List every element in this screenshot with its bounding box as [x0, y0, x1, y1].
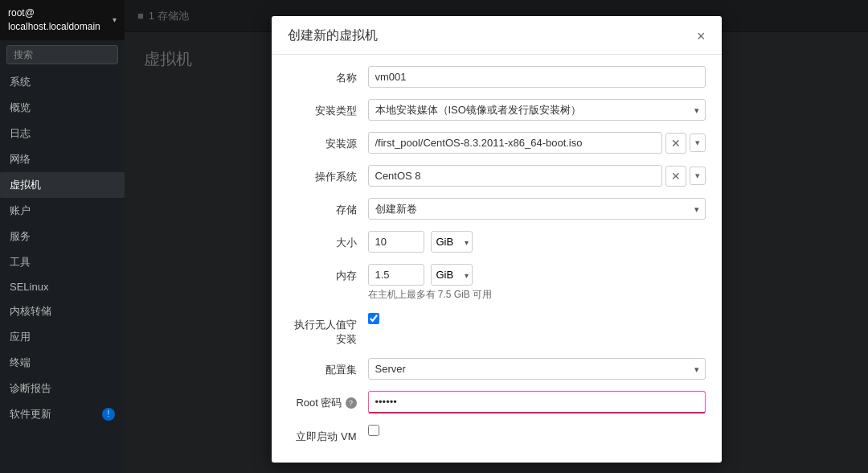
- root-pwd-label-container: Root 密码 ?: [288, 391, 368, 410]
- size-input[interactable]: [368, 231, 424, 253]
- unattended-control: [368, 313, 706, 324]
- size-unit-wrapper: GiB: [431, 231, 473, 253]
- os-control: ✕ ▾: [368, 165, 706, 187]
- os-dropdown-button[interactable]: ▾: [690, 167, 706, 185]
- install-source-clear-button[interactable]: ✕: [665, 133, 686, 154]
- memory-input[interactable]: [368, 264, 424, 286]
- size-input-row: GiB: [368, 231, 706, 253]
- root-pwd-input[interactable]: [368, 391, 706, 413]
- root-pwd-info-icon[interactable]: ?: [346, 397, 357, 409]
- install-type-select[interactable]: 本地安装媒体（ISO镜像或者发行版安装树）: [368, 99, 706, 121]
- memory-label: 内存: [288, 264, 368, 283]
- sidebar-item-kernel-dump[interactable]: 内核转储: [0, 298, 125, 324]
- os-row: 操作系统 ✕ ▾: [288, 165, 706, 187]
- sidebar-item-service[interactable]: 服务: [0, 224, 125, 249]
- unattended-checkbox[interactable]: [368, 313, 379, 324]
- sidebar-item-updates-label: 软件更新: [10, 407, 51, 422]
- profile-row: 配置集 Server: [288, 358, 706, 380]
- start-vm-checkbox-row: [368, 425, 706, 436]
- sidebar-item-terminal[interactable]: 终端: [0, 350, 125, 376]
- modal-close-button[interactable]: ×: [697, 29, 706, 43]
- sidebar-item-account[interactable]: 账户: [0, 198, 125, 224]
- name-input[interactable]: [368, 66, 706, 88]
- main-content: ■ 1 存储池 虚拟机 创建新的虚拟机 × 名称 安装类型: [125, 0, 868, 473]
- install-source-input-wrap: [368, 132, 662, 154]
- unattended-row: 执行无人值守安装: [288, 313, 706, 347]
- install-source-row: 安装源 ✕ ▾: [288, 132, 706, 154]
- start-vm-control: [368, 425, 706, 436]
- sidebar-item-vm[interactable]: 虚拟机: [0, 172, 125, 198]
- name-row: 名称: [288, 66, 706, 88]
- os-clear-button[interactable]: ✕: [665, 166, 686, 187]
- install-type-label: 安装类型: [288, 99, 368, 118]
- search-container: [0, 40, 125, 69]
- unattended-label: 执行无人值守安装: [288, 313, 368, 347]
- os-input-wrap: [368, 165, 662, 187]
- chevron-down-icon: ▾: [113, 15, 117, 24]
- unattended-checkbox-row: [368, 313, 706, 324]
- storage-select[interactable]: 创建新卷: [368, 198, 706, 220]
- sidebar-username: root@: [8, 6, 100, 20]
- root-pwd-control: [368, 391, 706, 413]
- install-type-control: 本地安装媒体（ISO镜像或者发行版安装树）: [368, 99, 706, 121]
- root-pwd-label-group: Root 密码 ?: [288, 396, 357, 410]
- sidebar-item-selinux[interactable]: SELinux: [0, 275, 125, 298]
- storage-label: 存储: [288, 198, 368, 217]
- create-vm-modal: 创建新的虚拟机 × 名称 安装类型 本地安装媒体（ISO镜像或者发行版安装树: [272, 16, 722, 463]
- sidebar-hostname: localhost.localdomain: [8, 20, 100, 34]
- start-vm-checkbox[interactable]: [368, 425, 379, 436]
- install-source-input-row: ✕ ▾: [368, 132, 706, 154]
- start-vm-label: 立即启动 VM: [288, 425, 368, 444]
- size-label: 大小: [288, 231, 368, 250]
- profile-label: 配置集: [288, 358, 368, 377]
- memory-hint: 在主机上最多有 7.5 GiB 可用: [368, 288, 706, 302]
- memory-control: GiB 在主机上最多有 7.5 GiB 可用: [368, 264, 706, 302]
- sidebar-item-logs[interactable]: 日志: [0, 121, 125, 146]
- storage-control: 创建新卷: [368, 198, 706, 220]
- sidebar-nav: 系统 概览 日志 网络 虚拟机 账户 服务 工具 SELinux 内核转储 应用…: [0, 69, 125, 427]
- profile-control: Server: [368, 358, 706, 380]
- memory-input-row: GiB: [368, 264, 706, 286]
- modal-title: 创建新的虚拟机: [288, 27, 378, 44]
- sidebar-header[interactable]: root@ localhost.localdomain ▾: [0, 0, 125, 40]
- os-input[interactable]: [368, 165, 662, 187]
- name-control: [368, 66, 706, 88]
- search-input[interactable]: [6, 45, 118, 64]
- profile-select[interactable]: Server: [368, 358, 706, 380]
- memory-row: 内存 GiB 在主机上最多有 7.5 GiB 可用: [288, 264, 706, 302]
- name-label: 名称: [288, 66, 368, 85]
- sidebar-item-tools[interactable]: 工具: [0, 249, 125, 275]
- install-source-dropdown-button[interactable]: ▾: [690, 134, 706, 152]
- install-type-row: 安装类型 本地安装媒体（ISO镜像或者发行版安装树）: [288, 99, 706, 121]
- size-row: 大小 GiB: [288, 231, 706, 253]
- os-input-row: ✕ ▾: [368, 165, 706, 187]
- modal-body: 名称 安装类型 本地安装媒体（ISO镜像或者发行版安装树）: [272, 55, 722, 463]
- root-pwd-label: Root 密码: [296, 396, 342, 410]
- sidebar-item-diag[interactable]: 诊断报告: [0, 376, 125, 401]
- size-unit-select[interactable]: GiB: [431, 231, 473, 253]
- sidebar: root@ localhost.localdomain ▾ 系统 概览 日志 网…: [0, 0, 125, 473]
- memory-unit-wrapper: GiB: [431, 264, 473, 286]
- install-source-control: ✕ ▾: [368, 132, 706, 154]
- sidebar-item-system[interactable]: 系统: [0, 69, 125, 95]
- storage-row: 存储 创建新卷: [288, 198, 706, 220]
- size-control: GiB: [368, 231, 706, 253]
- install-source-label: 安装源: [288, 132, 368, 151]
- memory-unit-select[interactable]: GiB: [431, 264, 473, 286]
- os-label: 操作系统: [288, 165, 368, 184]
- updates-badge: !: [102, 408, 115, 421]
- start-vm-row: 立即启动 VM: [288, 425, 706, 444]
- modal-overlay: 创建新的虚拟机 × 名称 安装类型 本地安装媒体（ISO镜像或者发行版安装树: [125, 0, 868, 473]
- root-pwd-row: Root 密码 ?: [288, 391, 706, 413]
- sidebar-item-overview[interactable]: 概览: [0, 95, 125, 121]
- modal-header: 创建新的虚拟机 ×: [272, 16, 722, 55]
- sidebar-item-apps[interactable]: 应用: [0, 324, 125, 350]
- install-source-input[interactable]: [368, 132, 662, 154]
- sidebar-user-info: root@ localhost.localdomain: [8, 6, 100, 34]
- sidebar-item-network[interactable]: 网络: [0, 146, 125, 172]
- sidebar-item-updates[interactable]: 软件更新 !: [0, 401, 125, 427]
